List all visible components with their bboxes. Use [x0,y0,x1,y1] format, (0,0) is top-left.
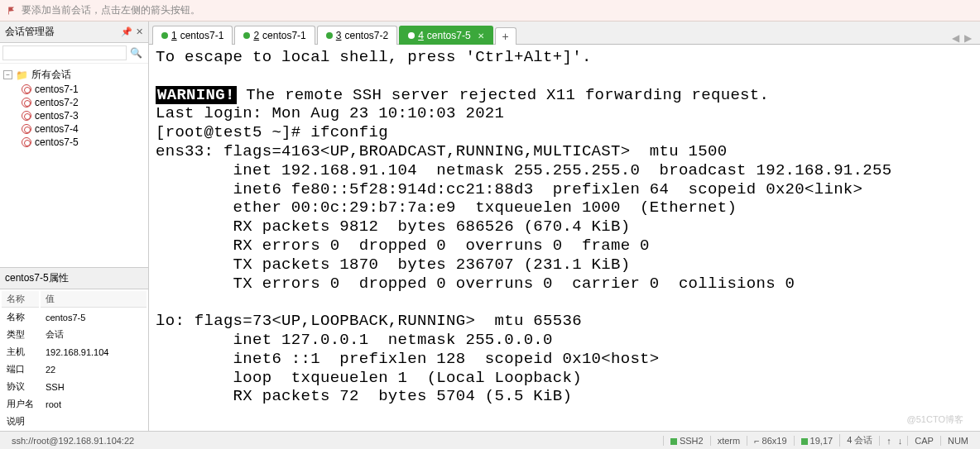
session-item[interactable]: centos7-2 [2,96,147,109]
tab-nav-left-icon[interactable]: ◀ [952,32,959,44]
property-value: centos7-5 [41,309,147,325]
pos-status-icon [801,438,808,445]
properties-title: centos7-5属性 [0,268,148,289]
session-icon [22,98,31,107]
left-sidebar: 会话管理器 📌 ✕ 🔍 − 📁 所有会话 centos7-1centos7-2c… [0,21,149,431]
property-key: 端口 [2,361,39,377]
main-row: 会话管理器 📌 ✕ 🔍 − 📁 所有会话 centos7-1centos7-2c… [0,21,980,431]
term-if2-rxp: RX packets 72 bytes 5704 (5.5 KiB) [156,387,572,405]
property-key: 用户名 [2,396,39,412]
ssh-status-icon [670,438,677,445]
session-item[interactable]: centos7-5 [2,136,147,149]
status-nav-down[interactable]: ↓ [898,436,908,446]
property-row: 用户名root [2,396,147,412]
status-bar: ssh://root@192.168.91.104:22 SSH2 xterm … [0,431,980,449]
new-tab-button[interactable]: + [495,27,516,45]
tab-number: 4 [418,30,424,41]
hint-bar: 要添加当前会话，点击左侧的箭头按钮。 [0,0,980,21]
property-value: 会话 [41,327,147,342]
session-item-label: centos7-3 [35,110,79,122]
property-value [41,413,147,429]
properties-panel: centos7-5属性 名称 值 名称centos7-5类型会话主机192.16… [0,267,148,431]
session-item[interactable]: centos7-3 [2,109,147,122]
term-if1-inet: inet 192.168.91.104 netmask 255.255.255.… [156,161,891,179]
status-sessions: 4 会话 [839,434,879,447]
status-cap: CAP [907,436,940,446]
property-row: 主机192.168.91.104 [2,344,147,360]
term-if1-txe: TX errors 0 dropped 0 overruns 0 carrier… [156,275,795,293]
session-icon [22,124,31,134]
term-if1-inet6: inet6 fe80::5f28:914d:cc21:88d3 prefixle… [156,180,862,198]
property-value: 22 [41,361,147,377]
tab-number: 3 [336,30,342,41]
session-icon [22,111,31,121]
tab-status-icon [326,32,333,39]
term-warning-text: The remote SSH server rejected X11 forwa… [237,86,770,104]
status-num: NUM [940,436,975,446]
tab-status-icon [243,32,250,39]
status-size: ⌐ 86x19 [747,436,793,446]
property-row: 类型会话 [2,327,147,342]
tabs-nav: ◀ ▶ [952,32,977,44]
tab-close-icon[interactable]: ✕ [478,31,484,41]
right-column: 1 centos7-12 centos7-13 centos7-24 cento… [149,21,980,431]
session-manager-label: 会话管理器 [5,25,55,39]
tab-centos7-1[interactable]: 1 centos7-1 [152,26,233,45]
property-key: 协议 [2,379,39,394]
tab-number: 1 [171,30,177,41]
property-value: root [41,396,147,412]
session-icon [22,137,31,147]
tab-label: centos7-1 [262,30,306,41]
session-item-label: centos7-1 [35,84,79,95]
tab-label: centos7-2 [344,30,388,41]
tab-label: centos7-5 [427,30,471,41]
status-pos: 19,17 [794,436,840,446]
status-conn: ssh://root@192.168.91.104:22 [5,436,141,446]
properties-table: 名称 值 名称centos7-5类型会话主机192.168.91.104端口22… [0,289,148,431]
status-nav-up[interactable]: ↑ [879,436,898,446]
term-if2-inet6: inet6 ::1 prefixlen 128 scopeid 0x10<hos… [156,350,660,368]
tab-centos7-2[interactable]: 3 centos7-2 [317,26,397,45]
close-panel-icon[interactable]: ✕ [136,26,143,37]
session-tree: − 📁 所有会话 centos7-1centos7-2centos7-3cent… [0,64,148,152]
session-manager-title: 会话管理器 📌 ✕ [0,21,148,43]
session-item-label: centos7-5 [35,136,79,148]
session-item[interactable]: centos7-4 [2,122,147,136]
property-value: 192.168.91.104 [41,344,147,360]
props-header-value: 值 [41,291,147,308]
session-search-input[interactable] [2,45,127,60]
tab-number: 2 [253,30,259,41]
property-key: 名称 [2,309,39,325]
folder-icon: 📁 [16,69,28,81]
session-icon [22,84,31,94]
property-row: 说明 [2,413,147,429]
tabs-row: 1 centos7-12 centos7-13 centos7-24 cento… [149,21,980,45]
term-if2-loop: loop txqueuelen 1 (Local Loopback) [156,369,582,387]
property-key: 说明 [2,413,39,429]
tab-status-icon [161,32,168,39]
tab-centos7-1[interactable]: 2 centos7-1 [234,26,315,45]
tab-status-icon [408,32,415,39]
term-if1-txp: TX packets 1870 bytes 236707 (231.1 KiB) [156,256,630,274]
session-item[interactable]: centos7-1 [2,83,147,96]
props-header-name: 名称 [2,291,39,308]
property-row: 端口22 [2,361,147,377]
terminal[interactable]: To escape to local shell, press 'Ctrl+Al… [149,45,980,431]
tab-nav-right-icon[interactable]: ▶ [964,32,972,44]
term-if1-rxp: RX packets 9812 bytes 686526 (670.4 KiB) [156,217,630,236]
term-warning-label: WARNING! [156,86,237,104]
session-search-row: 🔍 [0,43,148,64]
tree-root[interactable]: − 📁 所有会话 [2,67,147,83]
term-prompt: [root@test5 ~]# ifconfig [156,123,388,141]
term-login: Last login: Mon Aug 23 10:10:03 2021 [156,104,504,122]
term-escape: To escape to local shell, press 'Ctrl+Al… [156,48,592,66]
search-icon[interactable]: 🔍 [127,47,146,59]
hint-text: 要添加当前会话，点击左侧的箭头按钮。 [22,3,200,17]
term-if1: ens33: flags=4163<UP,BROADCAST,RUNNING,M… [156,142,727,160]
tab-centos7-5[interactable]: 4 centos7-5✕ [399,26,492,45]
pin-icon[interactable]: 📌 [121,26,132,37]
property-row: 名称centos7-5 [2,309,147,325]
collapse-icon[interactable]: − [3,70,12,79]
session-item-label: centos7-4 [35,123,79,135]
term-if2: lo: flags=73<UP,LOOPBACK,RUNNING> mtu 65… [156,312,582,330]
